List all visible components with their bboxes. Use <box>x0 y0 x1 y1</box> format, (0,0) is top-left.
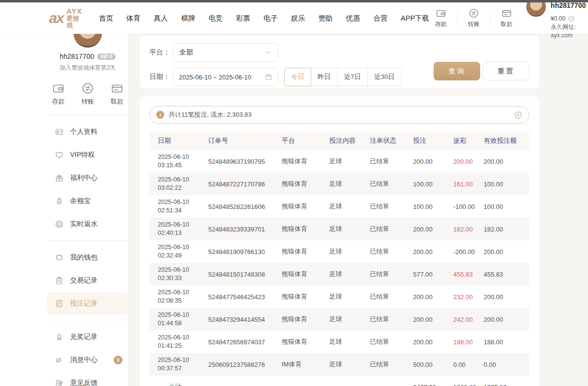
row-order-number: 5248485282261606 <box>208 203 282 210</box>
withdraw-icon <box>111 82 123 95</box>
sidebar-item-2[interactable]: VIP特权 <box>47 143 128 166</box>
row-status: 已结算 <box>370 337 413 346</box>
row-platform: 熊猫体育 <box>282 270 329 279</box>
row-date: 2025-06-10 <box>158 243 208 252</box>
row-order-number: 5248489637190795 <box>208 158 282 165</box>
sidebar-wallet-action[interactable]: 取款 <box>106 82 128 106</box>
nav-item[interactable]: 彩票 <box>236 14 250 23</box>
quick-range-button[interactable]: 昨日 <box>311 68 338 86</box>
sidebar-item-11[interactable]: 意见反馈 <box>47 371 128 386</box>
sidebar-item-label: 交易记录 <box>70 276 98 285</box>
row-content: 足球 <box>329 337 370 346</box>
nav-item[interactable]: 电竞 <box>209 14 223 23</box>
row-order-number: 2506091237588276 <box>208 361 282 368</box>
logo-line2: 爱游戏 <box>66 15 82 28</box>
row-content: 足球 <box>329 202 370 211</box>
row-platform: IM体育 <box>282 360 329 369</box>
subtotal-label: 小计 <box>158 383 192 386</box>
subtotal-bet: 2477.00 <box>413 384 453 386</box>
sidebar-wallet-action[interactable]: 存款 <box>47 82 70 106</box>
column-header: 派彩 <box>453 136 484 145</box>
row-order-number: 5248473294414554 <box>208 316 282 323</box>
row-payout: -200.00 <box>453 248 484 256</box>
sidebar-item-label: 兑奖记录 <box>70 333 98 341</box>
row-time: 02:51:34 <box>158 206 208 215</box>
row-status: 已结算 <box>370 180 413 188</box>
divider <box>47 320 128 320</box>
sidebar-menu: 个人资料VIP特权福利中心余额宝实时返水我的钱包交易记录投注记录兑奖记录消息中心… <box>47 120 128 386</box>
row-date: 2025-06-10 <box>158 288 208 297</box>
nav-item[interactable]: APP下载 <box>401 14 429 23</box>
rebate-coin-icon <box>55 220 64 229</box>
header-quick-actions: 存款转账取款 <box>429 8 518 28</box>
row-time: 02:30:33 <box>158 274 208 283</box>
column-header: 有效投注额 <box>484 136 529 145</box>
sidebar-item-7[interactable]: 交易记录 <box>47 269 128 292</box>
row-content: 足球 <box>329 292 370 301</box>
quick-range-group: 今日昨日近7日近30日 <box>284 68 402 86</box>
row-date: 2025-06-10 <box>158 311 208 319</box>
column-header: 平台 <box>282 136 329 145</box>
sidebar-item-3[interactable]: 福利中心 <box>47 166 128 189</box>
sidebar-item-5[interactable]: 实时返水 <box>47 212 128 235</box>
sidebar-item-1[interactable]: 个人资料 <box>47 120 128 143</box>
divider <box>490 11 490 26</box>
header-action-label: 转账 <box>462 20 486 28</box>
wallet-action-label: 取款 <box>106 97 128 106</box>
table-row: 2025-06-10 03:15:45 5248489637190795 熊猫体… <box>149 150 529 173</box>
subtotal-valid: 1825.83 <box>484 384 529 386</box>
sidebar-item-6[interactable]: 我的钱包 <box>47 246 128 269</box>
quick-range-button[interactable]: 近30日 <box>368 68 402 86</box>
nav-item[interactable]: 电子 <box>264 14 278 23</box>
row-content: 足球 <box>329 315 370 324</box>
table-row: 2025-06-10 02:30:33 5248481501748308 熊猫体… <box>149 263 529 285</box>
quick-range-button[interactable]: 今日 <box>284 68 311 86</box>
subtotal-platform: —— <box>282 384 329 386</box>
search-button[interactable]: 查询 <box>434 62 480 80</box>
date-range-value: 2025-06-10 ~ 2025-06-10 <box>179 74 251 81</box>
nav-item[interactable]: 棋牌 <box>181 14 196 23</box>
nav-item[interactable]: 首页 <box>99 14 113 23</box>
id-card-icon <box>55 128 64 136</box>
nav-item[interactable]: 娱乐 <box>291 14 305 23</box>
date-range-input[interactable]: 2025-06-10 ~ 2025-06-10 <box>173 68 278 86</box>
row-content: 足球 <box>329 225 370 233</box>
reset-button[interactable]: 重置 <box>483 62 529 80</box>
quick-range-button[interactable]: 近7日 <box>337 68 368 86</box>
row-platform: 熊猫体育 <box>282 337 329 346</box>
sidebar-wallet-action[interactable]: 转账 <box>76 82 99 106</box>
header-action[interactable]: 存款 <box>429 8 453 28</box>
header-action[interactable]: 转账 <box>462 8 486 28</box>
row-content: 足球 <box>329 247 370 256</box>
row-bet: 200.00 <box>413 226 453 233</box>
row-platform: 熊猫体育 <box>282 225 329 233</box>
nav-item[interactable]: 优惠 <box>346 14 360 23</box>
sidebar-item-9[interactable]: 兑奖记录 <box>47 325 128 348</box>
row-date: 2025-06-10 <box>158 356 208 364</box>
header-action[interactable]: 取款 <box>495 8 518 28</box>
row-status: 已结算 <box>370 292 413 301</box>
nav-item[interactable]: 体育 <box>126 14 141 23</box>
nav-item[interactable]: 真人 <box>154 14 168 23</box>
site-logo[interactable]: ax AYX 爱游戏 <box>49 7 82 28</box>
row-bet: 200.00 <box>413 316 453 323</box>
logo-line1: AYX <box>66 7 82 15</box>
sidebar-item-8[interactable]: 投注记录 <box>47 292 128 315</box>
platform-select[interactable]: 全部 <box>173 43 278 62</box>
balance-refresh-icon[interactable] <box>568 15 575 22</box>
sidebar-item-4[interactable]: 余额宝 <box>47 189 128 212</box>
nav-item[interactable]: 合营 <box>373 14 388 23</box>
money-bag-icon <box>55 197 64 206</box>
row-platform: 熊猫体育 <box>282 202 329 211</box>
expand-plus-icon[interactable] <box>514 111 522 119</box>
table-row: 2025-06-10 02:08:35 5248477546425423 熊猫体… <box>149 285 529 308</box>
row-valid: 200.00 <box>484 158 529 165</box>
prize-icon <box>55 333 64 341</box>
row-time: 01:44:58 <box>158 319 208 328</box>
row-payout: 0.00 <box>453 361 484 368</box>
row-status: 已结算 <box>370 157 413 166</box>
row-time: 03:15:45 <box>158 161 208 170</box>
avatar[interactable] <box>526 0 546 17</box>
nav-item[interactable]: 赞助 <box>318 14 333 23</box>
sidebar-item-10[interactable]: 消息中心9 <box>47 348 128 371</box>
